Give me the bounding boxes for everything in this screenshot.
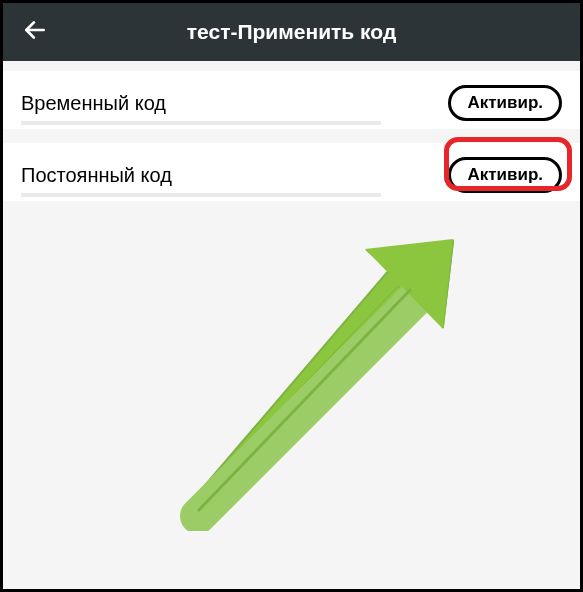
code-row-permanent: Постоянный код Активир. [3, 143, 580, 201]
svg-marker-2 [368, 241, 453, 326]
svg-line-4 [198, 296, 418, 516]
content-area: Временный код Активир. Постоянный код Ак… [3, 61, 580, 589]
back-button[interactable] [15, 12, 55, 52]
row-label: Постоянный код [21, 164, 172, 187]
svg-marker-1 [183, 241, 453, 521]
row-label: Временный код [21, 92, 166, 115]
arrow-left-icon [22, 17, 48, 47]
activate-button-temporary[interactable]: Активир. [448, 85, 562, 121]
app-header: тест-Применить код [3, 3, 580, 61]
arrow-up-right-icon [143, 517, 463, 534]
page-title: тест-Применить код [3, 20, 580, 44]
svg-marker-5 [365, 239, 453, 329]
input-underline [21, 121, 381, 125]
code-row-temporary: Временный код Активир. [3, 71, 580, 129]
annotation-arrow [143, 211, 463, 531]
svg-marker-3 [183, 286, 423, 521]
activate-button-permanent[interactable]: Активир. [448, 157, 562, 193]
input-underline [21, 193, 381, 197]
svg-line-6 [198, 289, 411, 511]
